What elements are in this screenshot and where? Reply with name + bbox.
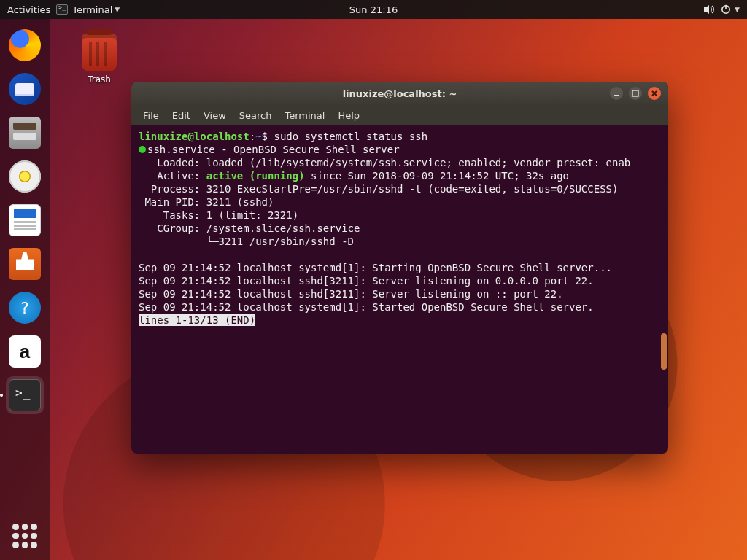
dock-thunderbird[interactable]: [6, 70, 44, 108]
power-icon[interactable]: [721, 4, 731, 15]
menu-terminal[interactable]: Terminal: [279, 108, 330, 123]
window-title: linuxize@localhost: ~: [343, 88, 457, 99]
out-cgroup-child: └─3211 /usr/sbin/sshd -D: [139, 236, 354, 247]
prompt-path: ~: [255, 131, 261, 142]
out-mainpid: Main PID: 3211 (sshd): [139, 196, 274, 208]
trash-label: Trash: [70, 74, 128, 85]
terminal-viewport[interactable]: linuxize@localhost:~$ sudo systemctl sta…: [131, 125, 668, 454]
out-active-label: Active:: [139, 170, 206, 182]
prompt-symbol: $: [262, 131, 268, 142]
svg-rect-1: [725, 5, 727, 9]
menu-file[interactable]: File: [137, 108, 165, 123]
dock-firefox[interactable]: [6, 26, 44, 64]
firefox-icon: [9, 29, 41, 61]
menu-edit[interactable]: Edit: [166, 108, 196, 123]
volume-icon[interactable]: [703, 4, 715, 15]
active-app-name: Terminal: [72, 4, 112, 15]
menu-search[interactable]: Search: [233, 108, 278, 123]
dock-rhythmbox[interactable]: [6, 158, 44, 195]
trash-icon: [82, 34, 117, 71]
window-close-button[interactable]: [648, 87, 661, 100]
activities-button[interactable]: Activities: [7, 4, 50, 15]
dock-terminal[interactable]: [6, 376, 44, 414]
window-maximize-button[interactable]: [629, 87, 642, 100]
out-log-3: Sep 09 21:14:52 localhost sshd[3211]: Se…: [139, 288, 563, 300]
prompt-sep: :: [249, 131, 255, 142]
chevron-down-icon: ▼: [115, 6, 120, 13]
out-log-4: Sep 09 21:14:52 localhost systemd[1]: St…: [139, 301, 594, 313]
out-active-value: active (running): [206, 170, 305, 182]
active-app-indicator[interactable]: Terminal ▼: [56, 4, 120, 15]
desktop-trash[interactable]: Trash: [70, 34, 128, 85]
entered-command: sudo systemctl status ssh: [274, 131, 427, 142]
show-applications-button[interactable]: [12, 524, 37, 548]
svg-rect-2: [614, 95, 619, 96]
dock-writer[interactable]: [6, 201, 44, 239]
window-titlebar[interactable]: linuxize@localhost: ~: [131, 82, 668, 105]
libreoffice-writer-icon: [9, 204, 41, 236]
dock-software[interactable]: [6, 245, 44, 283]
thunderbird-icon: [9, 73, 41, 105]
out-process: Process: 3210 ExecStartPre=/usr/sbin/ssh…: [139, 183, 618, 195]
system-menu-chevron-icon[interactable]: ▼: [735, 6, 740, 13]
terminal-menubar: File Edit View Search Terminal Help: [131, 105, 668, 125]
menu-help[interactable]: Help: [332, 108, 365, 123]
clock[interactable]: Sun 21:16: [349, 4, 398, 15]
out-loaded: Loaded: loaded (/lib/systemd/system/ssh.…: [139, 157, 630, 168]
out-service: ssh.service - OpenBSD Secure Shell serve…: [147, 144, 400, 155]
files-icon: [9, 117, 41, 149]
terminal-app-icon: [9, 379, 41, 411]
terminal-icon: [56, 4, 68, 15]
terminal-window: linuxize@localhost: ~ File Edit View Sea…: [131, 82, 668, 454]
menu-view[interactable]: View: [198, 108, 232, 123]
amazon-icon: a: [9, 335, 41, 368]
dock-files[interactable]: [6, 114, 44, 152]
svg-rect-3: [632, 90, 638, 96]
out-log-2: Sep 09 21:14:52 localhost sshd[3211]: Se…: [139, 275, 594, 287]
top-bar: Activities Terminal ▼ Sun 21:16 ▼: [0, 0, 747, 19]
dock-amazon[interactable]: a: [6, 332, 44, 370]
pager-status: lines 1-13/13 (END): [139, 314, 255, 326]
out-log-1: Sep 09 21:14:52 localhost systemd[1]: St…: [139, 262, 612, 273]
dock: ? a: [0, 19, 50, 560]
prompt-user: linuxize@localhost: [139, 131, 249, 142]
status-dot-icon: [139, 146, 146, 153]
terminal-scrollbar-thumb[interactable]: [661, 333, 667, 370]
dock-help[interactable]: ?: [6, 289, 44, 327]
out-active-rest: since Sun 2018-09-09 21:14:52 UTC; 32s a…: [305, 170, 569, 182]
help-icon: ?: [9, 292, 41, 324]
rhythmbox-icon: [9, 160, 41, 192]
ubuntu-software-icon: [9, 248, 41, 280]
out-tasks: Tasks: 1 (limit: 2321): [139, 209, 298, 221]
window-minimize-button[interactable]: [610, 87, 623, 100]
out-cgroup: CGroup: /system.slice/ssh.service: [139, 222, 360, 234]
